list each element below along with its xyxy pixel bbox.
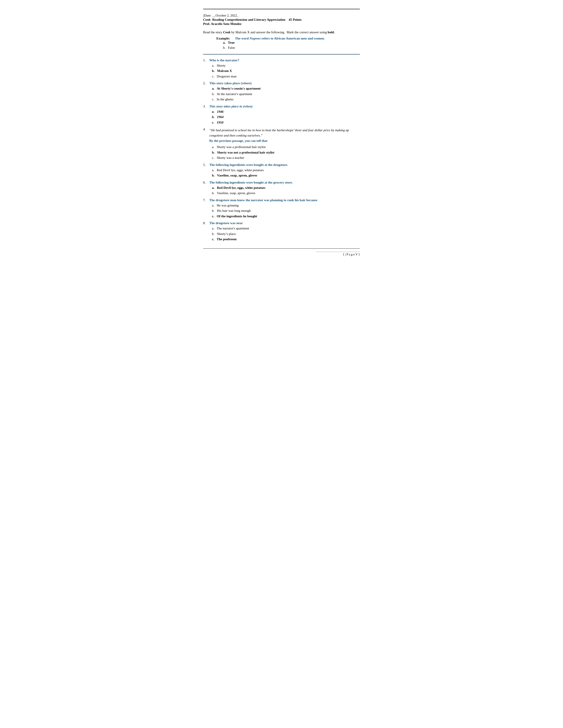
q4-a-text: Shorty was a professional hair stylist <box>217 145 265 149</box>
q8-answers: a. The narrator's apartment b. Shorty’s … <box>212 226 360 242</box>
q1-number: 1. <box>203 58 209 62</box>
q8-text: The drugstore was near <box>209 221 360 225</box>
questions-list: 1. Who is the narrator? a. Shorty b. Mal… <box>203 58 360 242</box>
q1-row: 1. Who is the narrator? <box>203 58 360 62</box>
q5-text: The following ingredients were bought at… <box>209 163 360 167</box>
q7-text: The drugstore man knew the narrator was … <box>209 198 360 202</box>
q4-passage-sub: By the previous passage, you can tell th… <box>209 139 360 143</box>
q8-a-text: The narrator's apartment <box>216 227 249 230</box>
q2-answer-a: a. At Shorty's cousin's apartment <box>212 86 360 91</box>
q5-answer-b: b. Vaseline, soap, apron, gloves <box>212 173 360 178</box>
q3-number: 3. <box>203 105 209 108</box>
intro-text: Read the story Conk by Malcom X and answ… <box>203 30 360 35</box>
q8-number: 8. <box>203 221 209 225</box>
date-label: ]Date: __October 2, 2022_ <box>203 14 239 17</box>
q3-answer-c: c. 1950 <box>212 120 360 125</box>
q2-answer-c: c. In the ghetto <box>212 97 360 102</box>
q2-c-text: In the ghetto <box>217 98 233 101</box>
q2-row: 2. This story takes place (where) <box>203 81 360 85</box>
q1-answers: a. Shorty b. Malcom X c. Drugstore man <box>212 63 360 79</box>
q8-answer-a: a. The narrator's apartment <box>212 226 360 231</box>
example-option-a: a. True <box>223 41 360 45</box>
q4-passage: “He had promised to school me in how to … <box>209 128 360 138</box>
q6-number: 6. <box>203 181 209 184</box>
example-row: Example: The word Negroes refers to Afri… <box>216 37 360 40</box>
q2-number: 2. <box>203 81 209 85</box>
q7-number: 7. <box>203 198 209 202</box>
q8-c-text: The poolroom <box>216 237 236 241</box>
date-line: ]Date: __October 2, 2022_ <box>203 14 360 17</box>
q1-answer-b: b. Malcom X <box>212 68 360 73</box>
q8-row: 8. The drugstore was near <box>203 221 360 225</box>
q3-row: 3. This story takes place in (when) <box>203 105 360 108</box>
q7-answer-a: a. He was grinning <box>212 203 360 208</box>
page-number: 1 | P a g e V 1 <box>343 253 360 256</box>
question-item-8: 8. The drugstore was near a. The narrato… <box>203 221 360 242</box>
prof-name: Prof. Aracelis Soto Mendez <box>203 22 241 26</box>
question-item-7: 7. The drugstore man knew the narrator w… <box>203 198 360 219</box>
q2-answers: a. At Shorty's cousin's apartment b. At … <box>212 86 360 102</box>
q5-number: 5. <box>203 163 209 167</box>
title-conk: Conk <box>223 30 230 34</box>
course-rest: Reading Comprehension and Literary Appre… <box>212 18 285 21</box>
q3-answer-a: a. 1946 <box>212 109 360 114</box>
bold-word: bold <box>328 30 334 34</box>
q5-a-text: Red Devil lye, eggs, white potatoes <box>217 168 264 172</box>
q1-c-text: Drugstore man <box>217 75 237 78</box>
q7-a-text: He was grinning <box>217 204 239 207</box>
q4-content: “He had promised to school me in how to … <box>209 128 360 144</box>
q6-answer-a: a. Red Devil lye, eggs, white potatoes <box>212 185 360 190</box>
q4-answer-b: b. Shorty was not a professional hair st… <box>212 150 360 155</box>
section-divider <box>203 54 360 54</box>
top-border <box>203 9 360 9</box>
q4-answer-c: c. Shorty was a teacher <box>212 155 360 160</box>
q7-answers: a. He was grinning b. His hair was long … <box>212 203 360 219</box>
q1-b-text: Malcom X <box>217 69 232 73</box>
q7-row: 7. The drugstore man knew the narrator w… <box>203 198 360 202</box>
question-item-1: 1. Who is the narrator? a. Shorty b. Mal… <box>203 58 360 79</box>
q5-row: 5. The following ingredients were bought… <box>203 163 360 167</box>
q7-answer-c: c. Of the ingredients he bought <box>212 214 360 219</box>
q1-answer-a: a. Shorty <box>212 63 360 68</box>
q7-c-text: Of the ingredients he bought <box>217 214 257 218</box>
q5-answer-a: a. Red Devil lye, eggs, white potatoes <box>212 168 360 173</box>
question-item-4: 4. “He had promised to school me in how … <box>203 128 360 160</box>
header-section: ]Date: __October 2, 2022_ Conk: Reading … <box>203 14 360 26</box>
q6-answers: a. Red Devil lye, eggs, white potatoes b… <box>212 185 360 196</box>
example-answer-text: The word Negroes refers to African-Ameri… <box>235 37 325 40</box>
prof-line: Prof. Aracelis Soto Mendez <box>203 22 360 26</box>
course-italic-bold: Conk <box>203 18 210 21</box>
q5-b-text: Vaseline, soap, apron, gloves <box>217 174 257 177</box>
q2-a-text: At Shorty's cousin's apartment <box>217 87 261 90</box>
q4-number: 4. <box>203 128 209 131</box>
q6-b-text: Vaseline, soap, apron, gloves <box>217 191 255 195</box>
q5-answers: a. Red Devil lye, eggs, white potatoes b… <box>212 168 360 178</box>
q7-b-text: His hair was long enough <box>217 209 251 212</box>
q4-answers: a. Shorty was a professional hair stylis… <box>212 144 360 160</box>
q8-answer-c: c. The poolroom <box>212 237 360 242</box>
q4-c-text: Shorty was a teacher <box>217 156 244 159</box>
example-label: Example: <box>216 37 234 40</box>
q6-a-text: Red Devil lye, eggs, white potatoes <box>217 186 265 190</box>
q2-answer-b: b. At the narrator's apartment <box>212 92 360 97</box>
q1-answer-c: c. Drugstore man <box>212 74 360 79</box>
q4-row: 4. “He had promised to school me in how … <box>203 128 360 144</box>
q4-answer-a: a. Shorty was a professional hair stylis… <box>212 144 360 150</box>
points: 45 Points <box>285 18 302 21</box>
q3-text: This story takes place in (when) <box>209 105 360 108</box>
q8-b-text: Shorty’s place <box>217 232 236 236</box>
q1-a-text: Shorty <box>217 64 226 67</box>
q2-b-text: At the narrator's apartment <box>217 92 252 96</box>
q4-b-text: Shorty was not a professional hair styli… <box>217 151 274 154</box>
footer: 1 | P a g e V 1 <box>316 252 360 256</box>
q7-answer-b: b. His hair was long enough <box>212 208 360 213</box>
example-option-b: b. False <box>223 46 360 50</box>
q6-answer-b: b. Vaseline, soap, apron, gloves <box>212 191 360 196</box>
course-line: Conk: Reading Comprehension and Literary… <box>203 18 360 22</box>
example-block: Example: The word Negroes refers to Afri… <box>216 37 360 50</box>
q3-answer-b: b. 1964 <box>212 114 360 120</box>
q6-row: 6. The following ingredients were bought… <box>203 181 360 184</box>
bottom-border <box>203 248 360 249</box>
q2-text: This story takes place (where) <box>209 81 360 85</box>
question-item-6: 6. The following ingredients were bought… <box>203 181 360 196</box>
